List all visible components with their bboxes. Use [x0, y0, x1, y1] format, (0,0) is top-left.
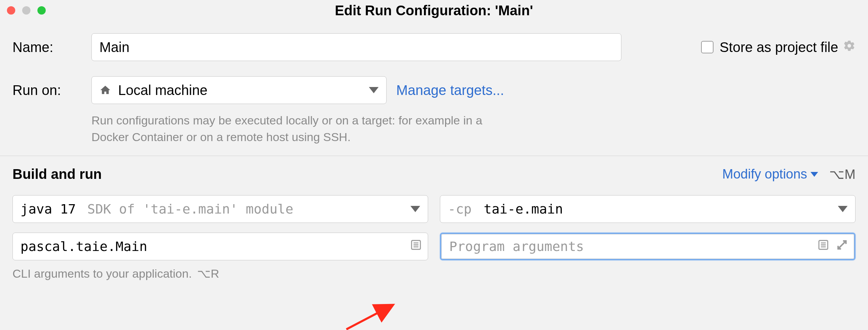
home-icon [99, 84, 111, 96]
zoom-window-button[interactable] [37, 6, 46, 15]
jdk-module-hint: SDK of 'tai-e.main' module [87, 201, 293, 217]
jdk-name: java 17 [20, 201, 76, 217]
classpath-module: tai-e.main [484, 201, 563, 217]
name-label: Name: [12, 40, 82, 55]
classpath-text: -cp tai-e.main [448, 201, 563, 217]
divider [0, 156, 868, 156]
chevron-down-icon [838, 206, 848, 212]
expand-icon[interactable] [836, 239, 848, 254]
jdk-text: java 17 SDK of 'tai-e.main' module [20, 201, 293, 217]
run-on-label: Run on: [12, 76, 82, 98]
svg-line-10 [346, 306, 391, 329]
chevron-down-icon [811, 172, 818, 177]
manage-targets-link[interactable]: Manage targets... [396, 82, 504, 98]
name-input[interactable] [91, 33, 621, 61]
classpath-select[interactable]: -cp tai-e.main [440, 195, 856, 223]
cli-arguments-shortcut: ⌥R [197, 267, 219, 280]
name-row: Name: Store as project file [12, 33, 856, 61]
mainclass-args-row [12, 233, 856, 260]
store-as-project-checkbox[interactable] [701, 41, 714, 53]
titlebar: Edit Run Configuration: 'Main' [0, 0, 868, 21]
build-and-run-header: Build and run Modify options ⌥M [12, 166, 856, 182]
dialog-title: Edit Run Configuration: 'Main' [0, 3, 868, 18]
window-controls [7, 6, 46, 15]
modify-options-link[interactable]: Modify options [722, 167, 818, 182]
main-class-input[interactable] [12, 233, 428, 260]
main-class-field-wrap [12, 233, 428, 260]
minimize-window-button[interactable] [22, 6, 30, 15]
build-and-run-title: Build and run [12, 166, 102, 182]
run-on-selected: Local machine [118, 82, 362, 98]
chevron-down-icon [369, 87, 379, 93]
program-arguments-input[interactable] [441, 234, 854, 259]
run-on-select[interactable]: Local machine [91, 76, 387, 104]
close-window-button[interactable] [7, 6, 15, 15]
list-icon[interactable] [410, 239, 422, 254]
program-arguments-field-wrap [440, 233, 856, 260]
cli-arguments-text: CLI arguments to your application. [12, 267, 192, 280]
run-on-row: Run on: Local machine Manage targets... … [12, 76, 856, 145]
run-on-hint: Run configurations may be executed local… [91, 112, 490, 145]
annotation-arrow [343, 302, 398, 330]
list-icon[interactable] [817, 239, 829, 254]
classpath-flag: -cp [448, 201, 472, 217]
gear-icon[interactable] [843, 40, 856, 55]
store-as-project-label: Store as project file [720, 40, 838, 55]
cli-arguments-hint: CLI arguments to your application. ⌥R [12, 267, 856, 280]
jdk-select[interactable]: java 17 SDK of 'tai-e.main' module [12, 195, 428, 223]
modify-options-label: Modify options [722, 167, 807, 182]
sdk-classpath-row: java 17 SDK of 'tai-e.main' module -cp t… [12, 195, 856, 223]
chevron-down-icon [410, 206, 420, 212]
modify-options-shortcut: ⌥M [829, 167, 856, 182]
